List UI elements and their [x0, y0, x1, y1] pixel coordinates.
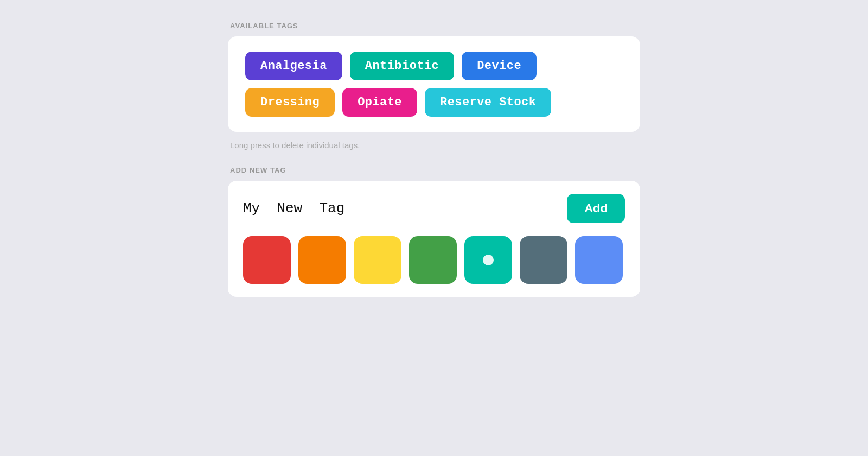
color-swatch-yellow[interactable]	[354, 236, 401, 284]
tag-device[interactable]: Device	[462, 52, 537, 80]
color-swatches	[243, 236, 625, 284]
color-swatch-green[interactable]	[409, 236, 457, 284]
tag-antibiotic[interactable]: Antibiotic	[350, 52, 454, 80]
tags-container: AnalgesiaAntibioticDeviceDressingOpiateR…	[245, 52, 623, 117]
tag-analgesia[interactable]: Analgesia	[245, 52, 342, 80]
available-tags-label: AVAILABLE TAGS	[228, 22, 640, 30]
main-container: AVAILABLE TAGS AnalgesiaAntibioticDevice…	[228, 22, 640, 297]
new-tag-input[interactable]	[243, 200, 558, 217]
hint-text: Long press to delete individual tags.	[228, 141, 640, 150]
color-swatch-red[interactable]	[243, 236, 291, 284]
tag-reserve-stock[interactable]: Reserve Stock	[425, 88, 551, 117]
input-row: Add	[243, 194, 625, 223]
add-tag-card: Add	[228, 181, 640, 297]
color-swatch-teal[interactable]	[464, 236, 512, 284]
add-new-tag-label: ADD NEW TAG	[228, 166, 640, 174]
tag-opiate[interactable]: Opiate	[342, 88, 417, 117]
color-swatch-orange[interactable]	[298, 236, 346, 284]
available-tags-card: AnalgesiaAntibioticDeviceDressingOpiateR…	[228, 36, 640, 132]
color-swatch-blue[interactable]	[575, 236, 623, 284]
color-swatch-steel-blue[interactable]	[520, 236, 567, 284]
add-new-tag-section: ADD NEW TAG Add	[228, 166, 640, 297]
add-tag-button[interactable]: Add	[567, 194, 625, 223]
tag-dressing[interactable]: Dressing	[245, 88, 335, 117]
